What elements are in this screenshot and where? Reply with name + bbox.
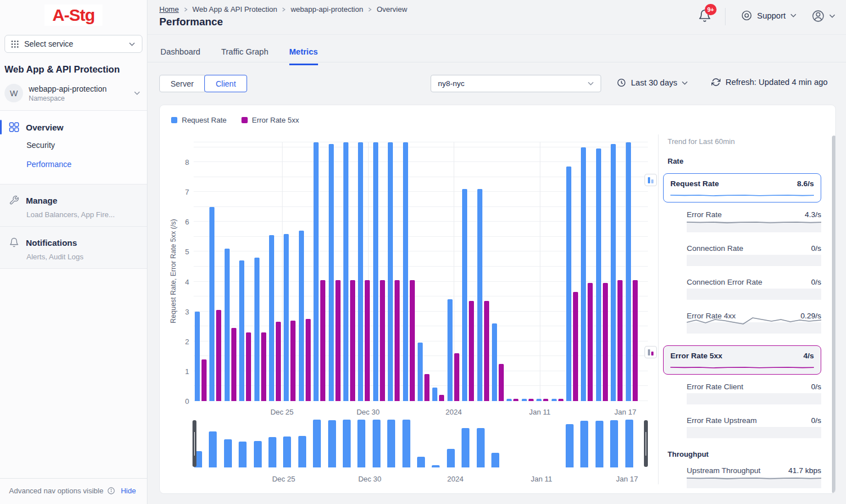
- refresh-button[interactable]: Refresh: Updated 4 min ago: [711, 78, 827, 87]
- chart-bar: [298, 436, 306, 467]
- chart-bar: [209, 431, 217, 467]
- notifications-bell-button[interactable]: 9+: [698, 9, 713, 25]
- sidebar-item-notifications[interactable]: Notifications Alerts, Audit Logs: [0, 227, 147, 269]
- trend-panel: Trend for Last 60minRateRequest Rate8.6/…: [668, 137, 821, 494]
- trend-row-error-rate-upstream[interactable]: Error Rate Upstream0/s: [687, 416, 821, 438]
- main-area: Home Web App & API Protection webapp-api…: [147, 0, 846, 504]
- y-axis-tick: 5: [174, 248, 189, 256]
- trend-row-head: Connection Rate0/s: [687, 244, 821, 253]
- user-menu[interactable]: [811, 9, 835, 23]
- legend-item-request-rate[interactable]: Request Rate: [171, 116, 227, 124]
- trend-row-error-rate-client[interactable]: Error Rate Client0/s: [687, 382, 821, 404]
- server-button[interactable]: Server: [159, 75, 205, 92]
- trend-row-value: 4.3/s: [805, 210, 821, 219]
- chart-bar: [529, 399, 534, 401]
- tab-traffic-graph[interactable]: Traffic Graph: [221, 47, 268, 65]
- trend-row-head: Connection Error Rate0/s: [687, 278, 821, 286]
- breadcrumb-home[interactable]: Home: [159, 5, 179, 14]
- breadcrumb-item[interactable]: Web App & API Protection: [193, 5, 277, 14]
- app-root: A-Stg Select service Web App & API Prote…: [0, 0, 846, 504]
- chart-bar: [365, 280, 370, 401]
- client-button[interactable]: Client: [204, 75, 247, 92]
- trend-row-head: Error Rate 5xx4/s: [670, 352, 814, 360]
- sidebar-item-performance[interactable]: Performance: [0, 155, 147, 174]
- trend-row-value: 0/s: [811, 244, 821, 253]
- trend-row-connection-error-rate[interactable]: Connection Error Rate0/s: [687, 278, 821, 300]
- tab-metrics[interactable]: Metrics: [289, 47, 318, 65]
- legend-item-error-rate-5xx[interactable]: Error Rate 5xx: [241, 116, 299, 124]
- navigator-axis-tick: Dec 30: [350, 475, 390, 483]
- legend-swatch: [241, 117, 248, 123]
- sidebar-item-overview[interactable]: Overview: [0, 119, 147, 136]
- chart-bar: [581, 147, 586, 402]
- trend-row-sparkline: [687, 393, 821, 404]
- trend-row-connection-rate[interactable]: Connection Rate0/s: [687, 244, 821, 266]
- support-icon: [741, 10, 753, 21]
- hide-link[interactable]: Hide: [121, 487, 136, 495]
- chart-bar: [388, 142, 393, 401]
- chart-bar: [418, 343, 423, 401]
- trend-row-error-rate[interactable]: Error Rate4.3/s: [687, 210, 821, 232]
- chart-bar: [284, 234, 289, 401]
- namespace-selector[interactable]: W webapp-api-protection Namespace: [0, 78, 147, 111]
- refresh-icon: [711, 78, 720, 87]
- grid-line: [194, 191, 648, 192]
- chart-bar: [269, 235, 274, 401]
- trend-row-label: Connection Rate: [687, 244, 744, 253]
- chart-bar: [254, 258, 259, 401]
- tabs-border: [147, 62, 846, 62]
- chart-bar: [566, 166, 571, 401]
- chart-bar: [306, 319, 311, 401]
- y-axis-tick: 2: [174, 338, 189, 346]
- grid-line: [194, 266, 648, 267]
- trend-section-heading: Rate: [668, 157, 821, 165]
- chart-bar: [469, 301, 474, 401]
- legend-label: Error Rate 5xx: [252, 116, 299, 124]
- grid-line: [194, 221, 648, 222]
- grid-line: [194, 296, 648, 296]
- sparkline: [687, 474, 821, 482]
- brand-logo: A-Stg: [44, 4, 102, 26]
- sparkline: [687, 314, 821, 329]
- trend-row-sparkline: [687, 427, 821, 438]
- chart-bar: [439, 395, 444, 401]
- tab-dashboard[interactable]: Dashboard: [160, 47, 200, 65]
- trend-row-sparkline: [687, 322, 821, 334]
- chart-bar: [633, 280, 638, 401]
- chart-bar: [499, 364, 504, 401]
- navigator-chart[interactable]: [194, 420, 648, 467]
- trend-row-value: 0/s: [811, 416, 821, 425]
- main-chart[interactable]: 012345678Dec 25Dec 302024Jan 11Jan 17: [194, 142, 648, 401]
- navigator-handle-right[interactable]: [644, 420, 648, 467]
- grid-line: [194, 147, 648, 147]
- sidebar-item-subtitle: Load Balancers, App Fire...: [0, 209, 147, 219]
- support-menu[interactable]: Support: [741, 10, 796, 21]
- time-range-label: Last 30 days: [631, 78, 677, 87]
- site-selector-dropdown[interactable]: ny8-nyc: [431, 75, 601, 92]
- chart-bar: [314, 142, 319, 401]
- chart-bar: [216, 310, 221, 401]
- trend-card-error-rate-5xx[interactable]: Error Rate 5xx4/s: [663, 345, 821, 375]
- trend-card-request-rate[interactable]: Request Rate8.6/s: [663, 173, 821, 202]
- chart-bar: [357, 420, 365, 467]
- select-service-dropdown[interactable]: Select service: [5, 35, 142, 53]
- trend-bars-icon: [644, 174, 657, 186]
- sidebar-item-security[interactable]: Security: [0, 136, 147, 155]
- chart-bar: [484, 301, 489, 401]
- trend-row-label: Error Rate 5xx: [670, 352, 722, 360]
- trend-row-error-rate-4xx[interactable]: Error Rate 4xx0.29/s: [687, 312, 821, 334]
- chart-bar: [588, 283, 593, 401]
- chart-bar: [610, 420, 618, 467]
- scrollbar[interactable]: [832, 136, 836, 493]
- time-range-dropdown[interactable]: Last 30 days: [616, 78, 688, 88]
- breadcrumb-item[interactable]: webapp-api-protection: [290, 5, 363, 14]
- trend-row-upstream-throughput[interactable]: Upstream Throughput41.7 kbps: [687, 466, 821, 488]
- legend-label: Request Rate: [182, 116, 227, 124]
- chart-bar: [625, 420, 633, 467]
- advanced-nav-text: Advanced nav options visible: [9, 487, 104, 495]
- namespace-text: webapp-api-protection Namespace: [29, 84, 134, 102]
- breadcrumb-item[interactable]: Overview: [377, 5, 407, 14]
- chart-bar: [202, 359, 207, 401]
- sidebar-item-manage[interactable]: Manage Load Balancers, App Fire...: [0, 184, 147, 227]
- navigator-handle-left[interactable]: [193, 420, 196, 467]
